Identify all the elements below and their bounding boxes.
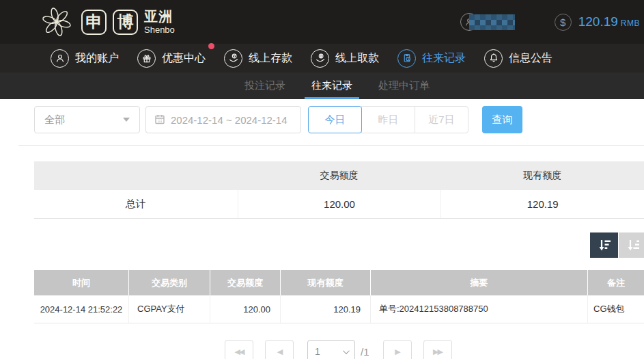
new-promo-badge [208, 43, 214, 49]
cell-amount: 120.00 [210, 295, 280, 323]
logo-en-text: Shenbo [144, 25, 175, 34]
col-header-balance: 现有额度 [280, 270, 370, 295]
cell-type: CGPAY支付 [128, 295, 210, 323]
quick-range-yesterday-button[interactable]: 昨日 [361, 106, 415, 133]
section-divider [18, 145, 644, 146]
cell-balance: 120.19 [280, 295, 370, 323]
tab-label: 投注记录 [244, 79, 285, 92]
summary-table: 交易额度 现有额度 总计 120.00 120.19 [34, 161, 644, 219]
tab-label: 往来记录 [311, 79, 352, 92]
nav-item-announcements[interactable]: 信息公告 [484, 49, 552, 68]
summary-header-transaction-amount: 交易额度 [238, 161, 441, 190]
balance-coin-icon: $ [555, 14, 572, 31]
logo-char-box-2: 博 [113, 10, 138, 35]
quick-range-today-button[interactable]: 今日 [308, 106, 362, 133]
last-page-button[interactable]: ▶▶ [423, 340, 452, 359]
summary-transaction-amount: 120.00 [238, 190, 441, 218]
summary-header-current-amount: 现有额度 [440, 161, 644, 190]
deposit-icon [224, 49, 242, 68]
tab-betting-records[interactable]: 投注记录 [240, 72, 290, 99]
brand-logo[interactable]: 申 博 亚洲 Shenbo [38, 3, 175, 40]
nav-item-my-account[interactable]: 我的账户 [51, 49, 119, 68]
pagination: ◀◀ ◀ 1 /1 ▶ ▶▶ [225, 340, 452, 359]
account-balance: 120.19RMB [578, 14, 640, 29]
prev-page-button[interactable]: ◀ [265, 340, 294, 359]
nav-item-deposit[interactable]: 线上存款 [224, 49, 292, 68]
tab-pending-orders[interactable]: 处理中订单 [374, 72, 434, 99]
logo-region-text: 亚洲 [144, 10, 175, 23]
records-header-row: 时间 交易类别 交易额度 现有额度 摘要 备注 [34, 270, 644, 295]
sort-controls [590, 232, 644, 258]
quick-range-last7days-button[interactable]: 近7日 [415, 106, 468, 133]
withdraw-icon [311, 49, 329, 68]
filter-bar: 全部 2024-12-14 ~ 2024-12-14 今日 昨日 近7日 查询 [34, 106, 522, 133]
nav-item-promotions[interactable]: 优惠中心 [137, 49, 206, 68]
type-select[interactable]: 全部 [34, 106, 140, 133]
table-row: 2024-12-14 21:52:22 CGPAY支付 120.00 120.1… [34, 295, 644, 323]
date-range-input[interactable]: 2024-12-14 ~ 2024-12-14 [145, 106, 301, 133]
col-header-type: 交易类别 [128, 270, 210, 295]
calendar-icon [154, 114, 165, 127]
censored-username [469, 14, 515, 30]
nav-item-withdraw[interactable]: 线上取款 [311, 49, 379, 68]
flower-logo-icon [38, 3, 75, 40]
nav-item-label: 信息公告 [509, 51, 552, 66]
summary-header-empty [34, 161, 238, 190]
page-select-value: 1 [315, 346, 320, 357]
top-right-account: $ 120.19RMB [460, 13, 640, 31]
tab-label: 处理中订单 [378, 79, 430, 92]
date-range-value: 2024-12-14 ~ 2024-12-14 [171, 114, 288, 126]
cell-summary: 单号:202412153808788750 [370, 295, 587, 323]
col-header-note: 备注 [587, 270, 644, 295]
summary-total-label: 总计 [34, 190, 238, 218]
user-icon [51, 49, 69, 68]
logo-char-box-1: 申 [81, 10, 107, 35]
nav-item-label: 线上取款 [335, 51, 379, 66]
summary-current-amount: 120.19 [440, 190, 644, 218]
nav-item-transaction-records[interactable]: 往来记录 [397, 49, 466, 68]
cell-time: 2024-12-14 21:52:22 [34, 295, 128, 323]
balance-currency: RMB [621, 18, 640, 28]
sort-descending-icon [597, 238, 612, 253]
chevron-down-icon [343, 347, 350, 354]
balance-amount: 120.19 [578, 14, 618, 29]
nav-item-label: 优惠中心 [162, 51, 206, 66]
col-header-amount: 交易额度 [210, 270, 280, 295]
page-select[interactable]: 1 [307, 340, 355, 359]
col-header-summary: 摘要 [370, 270, 587, 295]
first-page-button[interactable]: ◀◀ [225, 340, 253, 359]
summary-total-row: 总计 120.00 120.19 [34, 190, 644, 219]
records-table: 时间 交易类别 交易额度 现有额度 摘要 备注 2024-12-14 21:52… [34, 270, 644, 323]
main-nav: 我的账户 优惠中心 线上存款 线上取款 往来记录 信息公告 [0, 44, 644, 72]
nav-item-label: 往来记录 [422, 51, 466, 66]
nav-item-label: 我的账户 [75, 51, 119, 66]
next-page-button[interactable]: ▶ [383, 340, 412, 359]
tab-transaction-records[interactable]: 往来记录 [307, 72, 356, 99]
top-bar: 申 博 亚洲 Shenbo $ 120.19RMB [0, 0, 644, 44]
total-pages-label: /1 [361, 346, 369, 358]
quick-range-group: 今日 昨日 近7日 [308, 106, 468, 133]
sort-ascending-button[interactable] [619, 232, 644, 258]
summary-header-row: 交易额度 现有额度 [34, 161, 644, 190]
sub-nav: 投注记录 往来记录 处理中订单 [0, 72, 644, 99]
caret-down-icon [123, 118, 130, 122]
search-button[interactable]: 查询 [482, 106, 522, 133]
nav-item-label: 线上存款 [249, 51, 292, 66]
type-select-value: 全部 [44, 114, 65, 127]
cell-note: CG钱包 [587, 295, 644, 323]
announcement-bell-icon [484, 49, 503, 68]
col-header-time: 时间 [34, 270, 128, 295]
records-icon [397, 49, 416, 68]
sort-descending-button[interactable] [590, 232, 618, 258]
sort-ascending-icon [626, 238, 641, 253]
gift-icon [137, 49, 156, 68]
